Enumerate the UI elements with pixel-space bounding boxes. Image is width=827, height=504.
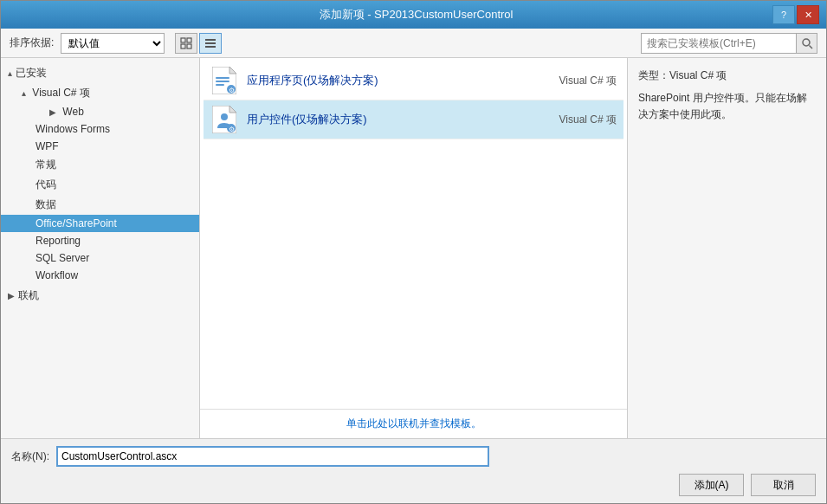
installed-triangle: ▴ — [8, 68, 12, 78]
svg-rect-4 — [205, 39, 216, 41]
page-icon: ⚙ — [212, 67, 236, 94]
svg-point-18 — [221, 113, 228, 120]
svg-rect-13 — [216, 84, 224, 86]
name-input[interactable] — [56, 446, 489, 467]
visual-csharp-triangle: ▴ — [22, 88, 26, 98]
sidebar-item-workflow[interactable]: Workflow — [1, 267, 199, 284]
sidebar-item-office-sharepoint[interactable]: Office/SharePoint — [1, 215, 199, 232]
cancel-button[interactable]: 取消 — [751, 474, 816, 496]
list-icon — [204, 37, 216, 49]
installed-label: 已安装 — [16, 66, 47, 81]
svg-rect-1 — [187, 38, 191, 42]
item-icon-page: ⚙ — [210, 67, 238, 94]
svg-text:⚙: ⚙ — [229, 87, 235, 94]
sidebar-item-reporting[interactable]: Reporting — [1, 232, 199, 249]
svg-rect-0 — [181, 38, 185, 42]
item-name-app-page: 应用程序页(仅场解决方案) — [247, 73, 513, 88]
right-panel-type: 类型：Visual C# 项 — [638, 68, 816, 83]
dialog: 添加新项 - SP2013CustomUserControl ? ✕ 排序依据:… — [0, 0, 827, 504]
svg-rect-2 — [181, 44, 185, 48]
main-content: ▴ 已安装 ▴ Visual C# 项 ▶ Web Windows Forms … — [1, 58, 826, 438]
grid-icon — [180, 37, 192, 49]
bottom-bar: 名称(N): 添加(A) 取消 — [1, 438, 826, 503]
item-icon-user: ⚙ — [210, 106, 238, 133]
toolbar: 排序依据: 默认值 — [1, 29, 826, 58]
sidebar-item-general[interactable]: 常规 — [1, 155, 199, 175]
sidebar-item-wpf[interactable]: WPF — [1, 138, 199, 155]
svg-point-7 — [803, 39, 810, 46]
sidebar-item-web[interactable]: ▶ Web — [1, 103, 199, 120]
name-row: 名称(N): — [11, 446, 816, 467]
link-area: 单击此处以联机并查找模板。 — [200, 409, 627, 438]
sidebar-item-visual-csharp[interactable]: ▴ Visual C# 项 — [1, 83, 199, 103]
sidebar-item-code[interactable]: 代码 — [1, 175, 199, 195]
find-templates-link[interactable]: 单击此处以联机并查找模板。 — [346, 417, 481, 430]
table-row[interactable]: ⚙ 用户控件(仅场解决方案) Visual C# 项 — [204, 100, 623, 139]
close-button[interactable]: ✕ — [797, 5, 819, 24]
user-control-icon: ⚙ — [212, 106, 236, 133]
add-button[interactable]: 添加(A) — [679, 474, 744, 496]
online-section: ▶ 联机 — [1, 286, 199, 306]
svg-rect-12 — [216, 81, 229, 82]
search-icon — [801, 37, 813, 49]
svg-rect-5 — [205, 42, 216, 44]
svg-rect-11 — [216, 77, 229, 79]
grid-view-button[interactable] — [175, 33, 197, 54]
svg-rect-3 — [187, 44, 191, 48]
sidebar-item-windows-forms[interactable]: Windows Forms — [1, 120, 199, 138]
installed-header[interactable]: ▴ 已安装 — [1, 63, 199, 83]
search-box — [641, 33, 817, 54]
sidebar-item-sql-server[interactable]: SQL Server — [1, 249, 199, 267]
item-name-user-control: 用户控件(仅场解决方案) — [247, 112, 513, 127]
sort-label: 排序依据: — [10, 36, 54, 50]
svg-text:⚙: ⚙ — [229, 126, 235, 133]
search-button[interactable] — [797, 33, 817, 54]
svg-rect-6 — [205, 46, 216, 48]
sort-select[interactable]: 默认值 — [61, 33, 165, 54]
item-type-user-control: Visual C# 项 — [513, 113, 617, 127]
list-view-button[interactable] — [199, 33, 222, 54]
svg-line-8 — [809, 45, 812, 48]
view-buttons — [175, 33, 222, 54]
web-label: Web — [62, 106, 83, 118]
dialog-title: 添加新项 - SP2013CustomUserControl — [60, 7, 772, 23]
installed-section: ▴ 已安装 ▴ Visual C# 项 ▶ Web Windows Forms … — [1, 63, 199, 284]
online-triangle: ▶ — [8, 291, 15, 300]
table-row[interactable]: ⚙ 应用程序页(仅场解决方案) Visual C# 项 — [204, 61, 623, 100]
svg-marker-17 — [229, 106, 236, 113]
action-buttons: 添加(A) 取消 — [11, 474, 816, 496]
name-label: 名称(N): — [11, 449, 49, 464]
visual-csharp-label: Visual C# 项 — [32, 87, 89, 99]
online-label: 联机 — [18, 288, 39, 303]
right-panel: 类型：Visual C# 项 SharePoint 用户控件项。只能在场解决方案… — [627, 58, 826, 438]
search-input[interactable] — [641, 33, 797, 54]
content-area: ⚙ 应用程序页(仅场解决方案) Visual C# 项 — [200, 58, 627, 438]
right-panel-description: SharePoint 用户控件项。只能在场解决方案中使用此项。 — [638, 90, 816, 123]
title-bar-buttons: ? ✕ — [772, 5, 819, 24]
help-button[interactable]: ? — [772, 5, 795, 24]
online-header[interactable]: ▶ 联机 — [1, 286, 199, 306]
sidebar-item-data[interactable]: 数据 — [1, 195, 199, 215]
item-type-app-page: Visual C# 项 — [513, 74, 617, 88]
items-list: ⚙ 应用程序页(仅场解决方案) Visual C# 项 — [200, 58, 627, 409]
web-triangle: ▶ — [49, 107, 56, 117]
title-bar: 添加新项 - SP2013CustomUserControl ? ✕ — [1, 1, 826, 29]
svg-marker-10 — [229, 67, 236, 74]
sidebar: ▴ 已安装 ▴ Visual C# 项 ▶ Web Windows Forms … — [1, 58, 200, 438]
